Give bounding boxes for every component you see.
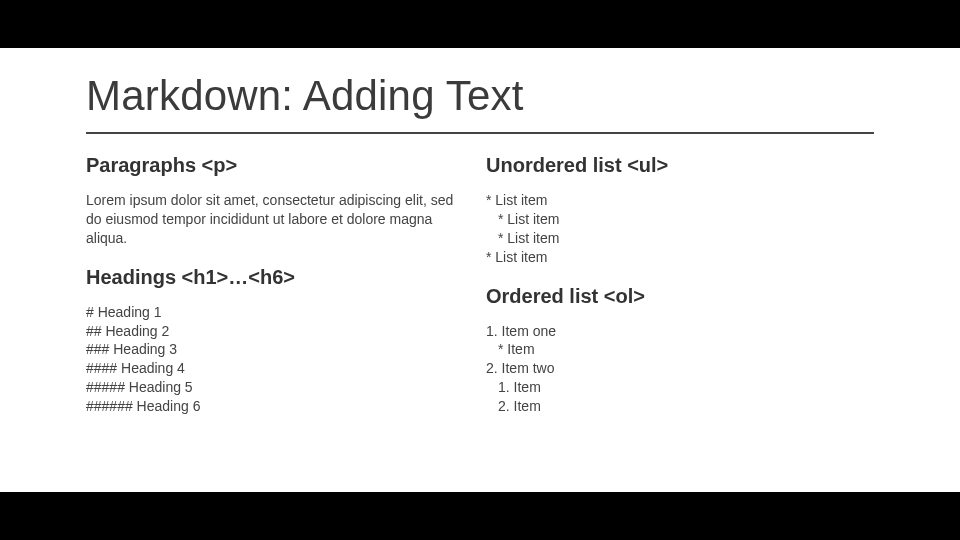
title-divider — [86, 132, 874, 134]
ol-line-3: 2. Item two — [486, 359, 866, 378]
right-column: Unordered list <ul> * List item * List i… — [486, 154, 866, 416]
ol-line-5: 2. Item — [486, 397, 866, 416]
heading-line-1: # Heading 1 — [86, 303, 466, 322]
top-black-bar — [0, 0, 960, 48]
ordered-heading: Ordered list <ol> — [486, 285, 866, 308]
heading-line-3: ### Heading 3 — [86, 340, 466, 359]
ul-line-2: * List item — [486, 210, 866, 229]
unordered-heading: Unordered list <ul> — [486, 154, 866, 177]
slide-title: Markdown: Adding Text — [86, 72, 874, 120]
ul-line-3: * List item — [486, 229, 866, 248]
slide-content: Markdown: Adding Text Paragraphs <p> Lor… — [0, 48, 960, 492]
heading-line-5: ##### Heading 5 — [86, 378, 466, 397]
heading-line-4: #### Heading 4 — [86, 359, 466, 378]
ol-line-2: * Item — [486, 340, 866, 359]
heading-line-2: ## Heading 2 — [86, 322, 466, 341]
ol-line-4: 1. Item — [486, 378, 866, 397]
ol-line-1: 1. Item one — [486, 322, 866, 341]
paragraphs-heading: Paragraphs <p> — [86, 154, 466, 177]
ordered-body: 1. Item one * Item 2. Item two 1. Item 2… — [486, 322, 866, 416]
two-column-layout: Paragraphs <p> Lorem ipsum dolor sit ame… — [86, 154, 874, 416]
ul-line-4: * List item — [486, 248, 866, 267]
headings-heading: Headings <h1>…<h6> — [86, 266, 466, 289]
ul-line-1: * List item — [486, 191, 866, 210]
unordered-body: * List item * List item * List item * Li… — [486, 191, 866, 267]
bottom-black-bar — [0, 492, 960, 540]
heading-line-6: ###### Heading 6 — [86, 397, 466, 416]
headings-body: # Heading 1 ## Heading 2 ### Heading 3 #… — [86, 303, 466, 416]
paragraphs-body: Lorem ipsum dolor sit amet, consectetur … — [86, 191, 466, 248]
left-column: Paragraphs <p> Lorem ipsum dolor sit ame… — [86, 154, 486, 416]
